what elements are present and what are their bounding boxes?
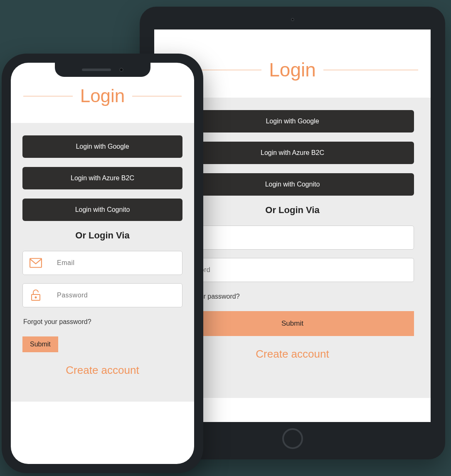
svg-point-5 bbox=[35, 297, 37, 298]
password-input[interactable] bbox=[49, 292, 182, 299]
phone-speaker bbox=[82, 69, 111, 71]
password-input[interactable] bbox=[171, 266, 414, 274]
mail-icon bbox=[23, 258, 49, 268]
lock-icon bbox=[23, 289, 49, 302]
login-google-button[interactable]: Login with Google bbox=[171, 110, 414, 132]
title-divider-right bbox=[132, 96, 182, 96]
email-field-wrap bbox=[22, 251, 182, 275]
password-field-wrap bbox=[22, 283, 182, 307]
submit-button[interactable]: Submit bbox=[22, 336, 58, 352]
phone-device-frame: Login Login with Google Login with Azure… bbox=[2, 54, 203, 473]
email-field-wrap bbox=[171, 226, 414, 250]
phone-screen: Login Login with Google Login with Azure… bbox=[11, 63, 194, 464]
login-azure-button[interactable]: Login with Azure B2C bbox=[22, 167, 182, 189]
email-input[interactable] bbox=[171, 234, 414, 241]
login-cognito-button[interactable]: Login with Cognito bbox=[22, 199, 182, 221]
create-account-link[interactable]: Create account bbox=[171, 348, 414, 361]
page-title-row: Login bbox=[11, 86, 194, 106]
login-cognito-button[interactable]: Login with Cognito bbox=[171, 173, 414, 196]
login-google-button[interactable]: Login with Google bbox=[22, 135, 182, 158]
or-login-heading: Or Login Via bbox=[171, 205, 414, 216]
phone-front-camera bbox=[119, 68, 123, 72]
submit-button[interactable]: Submit bbox=[171, 311, 414, 336]
or-login-heading: Or Login Via bbox=[22, 230, 182, 241]
page-title: Login bbox=[80, 86, 125, 106]
title-divider-right bbox=[323, 70, 418, 70]
tablet-home-button[interactable] bbox=[282, 428, 303, 449]
login-page: Login Login with Google Login with Azure… bbox=[11, 63, 194, 402]
title-divider-left bbox=[23, 96, 73, 96]
login-azure-button[interactable]: Login with Azure B2C bbox=[171, 142, 414, 164]
login-card: Login with Google Login with Azure B2C L… bbox=[11, 123, 194, 402]
password-field-wrap bbox=[171, 258, 414, 282]
forgot-password-link[interactable]: Forgot your password? bbox=[23, 318, 91, 326]
phone-notch bbox=[55, 63, 150, 77]
email-input[interactable] bbox=[49, 259, 182, 267]
create-account-link[interactable]: Create account bbox=[22, 364, 182, 377]
page-title: Login bbox=[269, 59, 316, 81]
